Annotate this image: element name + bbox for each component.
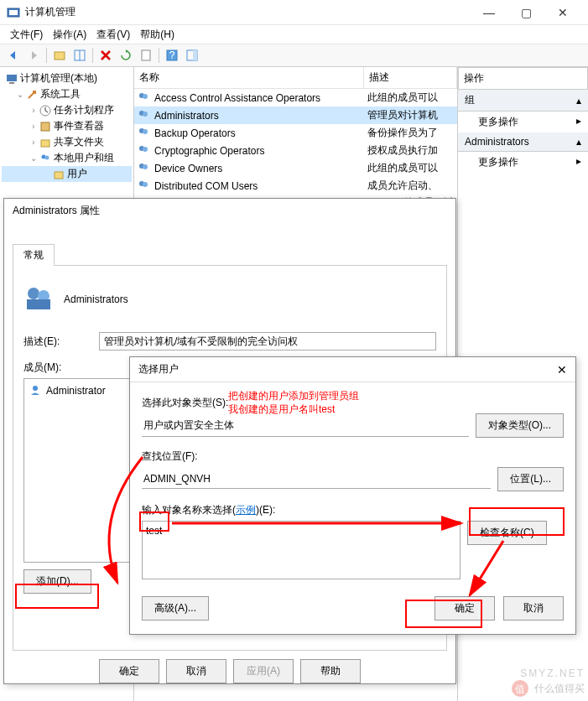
location-label: 查找位置(F): xyxy=(142,449,564,464)
menu-file[interactable]: 文件(F) xyxy=(5,26,48,44)
dialog-footer: 高级(A)... 确定 取消 xyxy=(130,588,575,629)
col-name[interactable]: 名称 xyxy=(134,67,364,88)
menu-help[interactable]: 帮助(H) xyxy=(135,26,180,44)
toolbar: ? xyxy=(0,44,588,67)
close-button[interactable]: ✕ xyxy=(544,0,581,25)
up-button[interactable] xyxy=(50,46,69,65)
actions-more2[interactable]: 更多操作 ▸ xyxy=(458,152,588,173)
tree-system-tools[interactable]: ⌄ 系统工具 xyxy=(2,86,132,102)
menu-bar: 文件(F) 操作(A) 查看(V) 帮助(H) xyxy=(0,25,588,44)
actions-more[interactable]: 更多操作 ▸ xyxy=(458,112,588,132)
add-button[interactable]: 添加(D)... xyxy=(23,569,91,594)
tab-general[interactable]: 常规 xyxy=(13,244,55,266)
svg-point-25 xyxy=(143,147,148,152)
col-desc[interactable]: 描述 xyxy=(364,67,457,88)
svg-rect-11 xyxy=(9,82,14,84)
props-panel-button[interactable] xyxy=(70,46,89,65)
export-button[interactable] xyxy=(137,46,155,65)
locations-button[interactable]: 位置(L)... xyxy=(497,467,564,491)
collapse-icon[interactable]: ⌄ xyxy=(15,90,25,99)
group-name: Access Control Assistance Operators xyxy=(154,92,320,104)
advanced-button[interactable]: 高级(A)... xyxy=(142,596,209,621)
list-body: Access Control Assistance Operators此组的成员… xyxy=(134,89,457,195)
svg-rect-13 xyxy=(41,122,49,131)
menu-view[interactable]: 查看(V) xyxy=(91,26,135,44)
menu-action[interactable]: 操作(A) xyxy=(48,26,91,44)
tree-root[interactable]: 计算机管理(本地) xyxy=(2,70,132,86)
list-row[interactable]: Access Control Assistance Operators此组的成员… xyxy=(134,89,457,106)
object-type-value: 用户或内置安全主体 xyxy=(142,415,469,437)
action-pane-button[interactable] xyxy=(183,46,201,65)
dialog-title-bar: 选择用户 ✕ xyxy=(130,357,575,382)
list-row[interactable]: Device Owners此组的成员可以 xyxy=(134,159,457,177)
apply-button[interactable]: 应用(A) xyxy=(233,659,294,683)
tree-shared-folders[interactable]: › 共享文件夹 xyxy=(2,134,132,150)
user-icon xyxy=(29,384,43,397)
minimize-button[interactable]: — xyxy=(471,0,507,25)
event-icon xyxy=(39,120,52,133)
tree-label: 事件查看器 xyxy=(54,119,104,133)
actions-admins-section[interactable]: Administrators ▴ xyxy=(458,132,588,152)
list-row[interactable]: Distributed COM Users成员允许启动、 xyxy=(134,177,457,195)
chevron-right-icon: ▸ xyxy=(576,155,581,167)
watermark-sub: SMYZ.NET xyxy=(520,667,585,679)
svg-point-30 xyxy=(28,288,39,299)
delete-button[interactable] xyxy=(96,46,115,65)
svg-rect-17 xyxy=(55,172,63,179)
svg-point-21 xyxy=(143,112,148,117)
tree-local-users[interactable]: ⌄ 本地用户和组 xyxy=(2,150,132,166)
group-icon xyxy=(138,91,151,105)
ok-button[interactable]: 确定 xyxy=(99,659,159,683)
separator xyxy=(159,48,159,63)
list-row[interactable]: Cryptographic Operators授权成员执行加 xyxy=(134,142,457,159)
member-name: Administrator xyxy=(46,385,106,397)
folder-icon xyxy=(52,168,65,181)
list-row[interactable]: Administrators管理员对计算机 xyxy=(134,106,457,124)
separator xyxy=(46,48,47,63)
actions-group-section[interactable]: 组 ▴ xyxy=(458,90,588,112)
collapse-icon[interactable]: ⌄ xyxy=(29,153,39,163)
chevron-up-icon: ▴ xyxy=(576,95,581,106)
forward-button[interactable] xyxy=(24,46,43,65)
description-field: 描述(E): xyxy=(23,332,436,350)
svg-point-33 xyxy=(33,386,38,391)
tree-label: 任务计划程序 xyxy=(54,103,114,117)
tree-users[interactable]: 用户 xyxy=(2,166,132,182)
object-types-button[interactable]: 对象类型(O)... xyxy=(476,413,564,438)
list-row[interactable]: Backup Operators备份操作员为了 xyxy=(134,124,457,142)
group-name: Device Owners xyxy=(154,163,222,174)
svg-point-23 xyxy=(143,129,148,134)
cancel-button[interactable]: 取消 xyxy=(503,596,564,621)
svg-rect-2 xyxy=(55,52,65,60)
group-name: Administrators xyxy=(154,110,219,122)
close-button[interactable]: ✕ xyxy=(557,363,567,376)
cancel-button[interactable]: 取消 xyxy=(166,659,226,683)
back-button[interactable] xyxy=(4,46,23,65)
svg-point-16 xyxy=(45,155,49,159)
check-names-button[interactable]: 检查名称(C) xyxy=(467,521,547,545)
svg-rect-5 xyxy=(142,50,150,60)
group-desc: 授权成员执行加 xyxy=(367,143,454,158)
svg-point-29 xyxy=(143,182,148,187)
examples-link[interactable]: 示例 xyxy=(236,504,256,516)
help-button[interactable]: 帮助 xyxy=(300,659,361,683)
expand-icon[interactable]: › xyxy=(29,106,39,115)
expand-icon[interactable]: › xyxy=(29,122,39,131)
group-name: Administrators xyxy=(64,293,128,305)
refresh-button[interactable] xyxy=(117,46,135,65)
group-icon xyxy=(138,162,151,175)
help-button[interactable]: ? xyxy=(163,46,181,65)
tree-event-viewer[interactable]: › 事件查看器 xyxy=(2,118,132,134)
object-names-input[interactable] xyxy=(142,521,461,579)
description-label: 描述(E): xyxy=(23,335,99,349)
ok-button[interactable]: 确定 xyxy=(434,596,495,621)
tree-task-scheduler[interactable]: › 任务计划程序 xyxy=(2,102,132,118)
maximize-button[interactable]: ▢ xyxy=(507,0,544,25)
object-type-label: 选择此对象类型(S): xyxy=(142,396,564,410)
tree-label: 共享文件夹 xyxy=(54,135,104,149)
expand-icon[interactable]: › xyxy=(29,138,39,147)
description-input[interactable] xyxy=(99,332,436,350)
svg-rect-9 xyxy=(193,50,197,60)
computer-icon xyxy=(5,72,18,86)
tools-icon xyxy=(25,88,39,101)
